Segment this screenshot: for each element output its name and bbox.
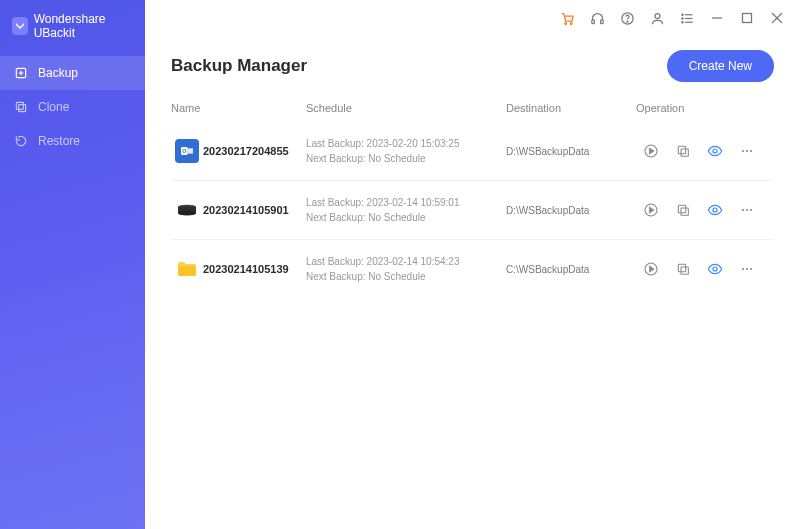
run-backup-button[interactable] (642, 201, 660, 219)
last-backup: Last Backup: 2023-02-14 10:54:23 (306, 254, 506, 269)
backup-icon (14, 66, 28, 80)
copy-button[interactable] (674, 142, 692, 160)
row-name: 20230214105901 (203, 204, 306, 216)
svg-point-27 (742, 150, 744, 152)
next-backup: Next Backup: No Schedule (306, 269, 506, 284)
svg-rect-25 (681, 149, 688, 156)
table-header: Name Schedule Destination Operation (171, 92, 774, 122)
row-schedule: Last Backup: 2023-02-20 15:03:25 Next Ba… (306, 136, 506, 166)
sidebar-item-clone[interactable]: Clone (0, 90, 145, 124)
maximize-icon[interactable] (732, 3, 762, 33)
cart-icon[interactable] (552, 3, 582, 33)
more-button[interactable] (738, 142, 756, 160)
restore-icon (14, 134, 28, 148)
svg-text:O: O (182, 148, 186, 154)
view-button[interactable] (706, 142, 724, 160)
sidebar-item-label: Backup (38, 66, 78, 80)
last-backup: Last Backup: 2023-02-20 15:03:25 (306, 136, 506, 151)
sidebar-item-backup[interactable]: Backup (0, 56, 145, 90)
svg-rect-1 (16, 102, 23, 109)
row-operations (636, 201, 774, 219)
svg-point-29 (750, 150, 752, 152)
copy-button[interactable] (674, 201, 692, 219)
svg-rect-33 (678, 205, 685, 212)
row-type-icon (171, 257, 203, 281)
close-icon[interactable] (762, 3, 792, 33)
row-type-icon (171, 198, 203, 222)
table-row: 20230214105901 Last Backup: 2023-02-14 1… (171, 180, 774, 239)
svg-rect-6 (600, 19, 603, 23)
sidebar-item-restore[interactable]: Restore (0, 124, 145, 158)
minimize-icon[interactable] (702, 3, 732, 33)
brand-name: Wondershare UBackit (34, 12, 135, 40)
col-schedule: Schedule (306, 102, 506, 114)
disk-icon (175, 198, 199, 222)
svg-point-31 (178, 211, 196, 216)
row-destination: D:\WSBackupData (506, 205, 636, 216)
next-backup: Next Backup: No Schedule (306, 210, 506, 225)
brand-logo-icon (12, 17, 28, 35)
sidebar: Wondershare UBackit Backup Clone Restore (0, 0, 145, 529)
view-button[interactable] (706, 260, 724, 278)
svg-rect-5 (591, 19, 594, 23)
page-header: Backup Manager Create New (145, 36, 800, 92)
sidebar-item-label: Restore (38, 134, 80, 148)
next-backup: Next Backup: No Schedule (306, 151, 506, 166)
folder-icon (175, 257, 199, 281)
svg-point-38 (750, 209, 752, 211)
list-icon[interactable] (672, 3, 702, 33)
run-backup-button[interactable] (642, 260, 660, 278)
svg-rect-40 (678, 264, 685, 271)
svg-point-36 (742, 209, 744, 211)
svg-point-4 (570, 22, 572, 24)
table-row: O 20230217204855 Last Backup: 2023-02-20… (171, 122, 774, 180)
copy-button[interactable] (674, 260, 692, 278)
col-destination: Destination (506, 102, 636, 114)
svg-point-44 (746, 268, 748, 270)
sidebar-item-label: Clone (38, 100, 69, 114)
table-row: 20230214105139 Last Backup: 2023-02-14 1… (171, 239, 774, 298)
svg-point-26 (713, 149, 717, 153)
headset-icon[interactable] (582, 3, 612, 33)
page-title: Backup Manager (171, 56, 307, 76)
row-schedule: Last Backup: 2023-02-14 10:59:01 Next Ba… (306, 195, 506, 225)
svg-point-28 (746, 150, 748, 152)
create-new-button[interactable]: Create New (667, 50, 774, 82)
row-destination: D:\WSBackupData (506, 146, 636, 157)
more-button[interactable] (738, 260, 756, 278)
row-name: 20230217204855 (203, 145, 306, 157)
svg-point-42 (713, 267, 717, 271)
view-button[interactable] (706, 201, 724, 219)
run-backup-button[interactable] (642, 142, 660, 160)
help-icon[interactable] (612, 3, 642, 33)
brand: Wondershare UBackit (0, 0, 145, 56)
svg-point-3 (564, 22, 566, 24)
col-name: Name (171, 102, 306, 114)
svg-point-14 (681, 17, 682, 18)
more-button[interactable] (738, 201, 756, 219)
svg-rect-41 (681, 267, 688, 274)
svg-point-45 (750, 268, 752, 270)
row-type-icon: O (171, 139, 203, 163)
row-operations (636, 260, 774, 278)
svg-rect-2 (19, 105, 26, 112)
svg-point-15 (681, 21, 682, 22)
table-body: O 20230217204855 Last Backup: 2023-02-20… (171, 122, 774, 298)
main: Backup Manager Create New Name Schedule … (145, 0, 800, 529)
svg-point-8 (627, 21, 628, 22)
svg-point-37 (746, 209, 748, 211)
clone-icon (14, 100, 28, 114)
row-operations (636, 142, 774, 160)
titlebar (145, 0, 800, 36)
user-icon[interactable] (642, 3, 672, 33)
svg-point-9 (655, 13, 660, 18)
svg-rect-34 (681, 208, 688, 215)
last-backup: Last Backup: 2023-02-14 10:59:01 (306, 195, 506, 210)
outlook-icon: O (175, 139, 199, 163)
svg-point-13 (681, 14, 682, 15)
backup-table: Name Schedule Destination Operation O 20… (145, 92, 800, 298)
svg-point-35 (713, 208, 717, 212)
nav: Backup Clone Restore (0, 56, 145, 158)
col-operation: Operation (636, 102, 774, 114)
svg-point-43 (742, 268, 744, 270)
